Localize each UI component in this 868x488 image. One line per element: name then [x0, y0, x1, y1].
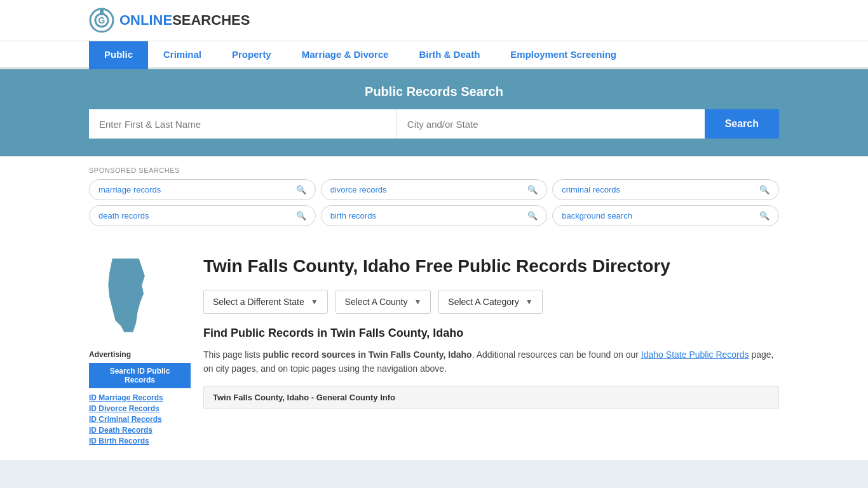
- logo-icon: G: [89, 8, 114, 33]
- ad-link-divorce[interactable]: ID Divorce Records: [89, 404, 191, 413]
- ad-link-birth[interactable]: ID Birth Records: [89, 437, 191, 445]
- pill-birth-records[interactable]: birth records 🔍: [321, 205, 548, 226]
- pill-death-records[interactable]: death records 🔍: [89, 205, 316, 226]
- find-records-title: Find Public Records in Twin Falls County…: [203, 327, 779, 340]
- search-location-input[interactable]: [397, 109, 705, 139]
- category-dropdown[interactable]: Select A Category ▼: [438, 290, 542, 314]
- search-icon: 🔍: [527, 211, 538, 220]
- state-map: [89, 255, 165, 338]
- search-icon: 🔍: [296, 185, 306, 194]
- search-icon: 🔍: [759, 211, 770, 220]
- chevron-down-icon: ▼: [526, 297, 533, 306]
- pill-criminal-records[interactable]: criminal records 🔍: [552, 179, 779, 200]
- search-icon: 🔍: [527, 185, 538, 194]
- nav-item-birth-death[interactable]: Birth & Death: [403, 41, 495, 69]
- county-dropdown[interactable]: Select A County ▼: [336, 290, 431, 314]
- county-info-bar: Twin Falls County, Idaho - General Count…: [203, 386, 779, 409]
- main-nav: Public Criminal Property Marriage & Divo…: [0, 41, 868, 69]
- left-sidebar: Advertising Search ID Public Records ID …: [89, 255, 191, 447]
- dropdowns: Select a Different State ▼ Select A Coun…: [203, 290, 779, 314]
- search-banner: Public Records Search Search: [0, 69, 868, 156]
- nav-item-marriage-divorce[interactable]: Marriage & Divorce: [287, 41, 404, 69]
- nav-item-public[interactable]: Public: [89, 41, 148, 69]
- ad-link-death[interactable]: ID Death Records: [89, 426, 191, 435]
- page-title: Twin Falls County, Idaho Free Public Rec…: [203, 255, 779, 277]
- site-header: G ONLINESEARCHES: [0, 0, 868, 41]
- logo[interactable]: G ONLINESEARCHES: [89, 8, 250, 33]
- pill-background-search[interactable]: background search 🔍: [552, 205, 779, 226]
- search-button[interactable]: Search: [705, 109, 779, 139]
- pill-marriage-records[interactable]: marriage records 🔍: [89, 179, 316, 200]
- search-banner-title: Public Records Search: [89, 85, 779, 99]
- search-form: Search: [89, 109, 779, 139]
- sponsored-pills: marriage records 🔍 divorce records 🔍 cri…: [89, 179, 779, 226]
- advertising-label: Advertising: [89, 350, 191, 359]
- idaho-state-link[interactable]: Idaho State Public Records: [641, 349, 749, 360]
- chevron-down-icon: ▼: [311, 297, 318, 306]
- svg-rect-2: [100, 9, 104, 15]
- svg-text:G: G: [98, 15, 105, 25]
- state-content: Advertising Search ID Public Records ID …: [0, 249, 868, 460]
- search-icon: 🔍: [759, 185, 770, 194]
- logo-text: ONLINESEARCHES: [119, 12, 250, 29]
- sponsored-section: SPONSORED SEARCHES marriage records 🔍 di…: [0, 156, 868, 249]
- page-description: This page lists public record sources in…: [203, 348, 779, 376]
- chevron-down-icon: ▼: [414, 297, 421, 306]
- search-name-input[interactable]: [89, 109, 397, 139]
- svg-marker-4: [108, 259, 145, 332]
- main-content: Twin Falls County, Idaho Free Public Rec…: [203, 255, 779, 447]
- ad-search-button[interactable]: Search ID Public Records: [89, 363, 191, 388]
- ad-link-criminal[interactable]: ID Criminal Records: [89, 415, 191, 424]
- state-dropdown[interactable]: Select a Different State ▼: [203, 290, 328, 314]
- search-icon: 🔍: [296, 211, 306, 220]
- nav-item-property[interactable]: Property: [217, 41, 287, 69]
- pill-divorce-records[interactable]: divorce records 🔍: [321, 179, 548, 200]
- ad-link-marriage[interactable]: ID Marriage Records: [89, 393, 191, 402]
- nav-item-criminal[interactable]: Criminal: [148, 41, 217, 69]
- nav-item-employment[interactable]: Employment Screening: [495, 41, 632, 69]
- sponsored-label: SPONSORED SEARCHES: [89, 166, 779, 174]
